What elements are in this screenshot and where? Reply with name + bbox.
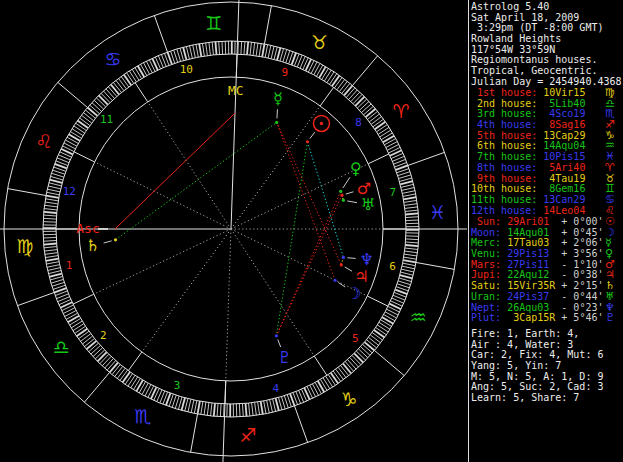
aspect-line-trine: [276, 142, 307, 336]
house-cusp-divider: [368, 154, 389, 164]
degree-tick: [358, 349, 367, 358]
degree-tick: [258, 402, 260, 415]
wheel-sign-icon-leo: ♌: [35, 130, 52, 152]
degree-tick: [215, 42, 216, 55]
degree-tick: [332, 75, 340, 86]
degree-tick: [143, 63, 149, 75]
degree-tick: [77, 329, 88, 336]
degree-tick: [370, 335, 380, 343]
degree-tick: [398, 281, 410, 285]
planet-position-value: 3Cap15R: [501, 312, 555, 323]
degree-tick: [186, 46, 189, 59]
planet-daily-motion: + 3°56': [555, 248, 603, 259]
degree-tick: [406, 239, 419, 240]
house-cusp-value: 14Aqu04: [537, 140, 585, 151]
degree-tick: [128, 375, 135, 386]
degree-tick: [220, 404, 221, 417]
degree-tick: [44, 209, 57, 210]
house-label: 12th house:: [471, 205, 537, 216]
degree-tick: [47, 189, 60, 192]
house-label: 11th house:: [471, 194, 537, 205]
degree-tick: [214, 403, 215, 416]
degree-tick: [405, 245, 418, 246]
degree-tick: [403, 197, 416, 199]
degree-tick: [129, 71, 136, 82]
wheel-sign-icon-vir: ♍: [16, 235, 33, 257]
degree-tick: [271, 46, 274, 59]
degree-tick: [399, 175, 411, 179]
aspect-line-square: [277, 122, 335, 280]
aspect-line-square: [276, 191, 340, 335]
wheel-sign-icon-tau: ♉: [311, 31, 328, 53]
planet-position-value: 17Tau03: [501, 237, 555, 248]
degree-tick: [68, 316, 79, 322]
degree-tick: [253, 43, 255, 56]
degree-tick: [365, 342, 375, 350]
wheel-sign-icon-pis: ♓: [429, 201, 446, 223]
planet-label: Jupi:: [471, 269, 501, 280]
degree-tick: [45, 199, 58, 201]
degree-tick: [403, 194, 416, 196]
degree-tick: [92, 103, 102, 112]
natal-wheel-chart: ♈♉♊♋♌♍♎♏♐♑♒♓123456789101112☽☿♀♂♃♄♅♆♇AscM…: [0, 0, 468, 462]
degree-tick: [194, 401, 197, 414]
degree-tick: [311, 62, 317, 74]
degree-tick: [82, 336, 92, 344]
house-label: 8th house:: [471, 162, 537, 173]
degree-tick: [44, 243, 57, 244]
degree-tick: [343, 364, 351, 374]
degree-tick: [323, 378, 330, 389]
degree-tick: [72, 129, 83, 136]
degree-tick: [94, 100, 103, 109]
wheel-planet-icon-neptune: ♆: [359, 250, 373, 269]
degree-tick: [51, 279, 63, 283]
degree-tick: [373, 119, 384, 127]
wheel-planet-icon-mercury: ☿: [273, 89, 283, 108]
planet-daily-motion: + 2°06': [555, 237, 603, 248]
degree-tick: [45, 253, 58, 255]
wheel-planet-icon-pluto: ♇: [277, 348, 291, 367]
house-cusp-divider: [128, 352, 141, 371]
degree-tick: [333, 371, 341, 382]
degree-tick: [268, 45, 271, 58]
house-cusp-divider: [73, 294, 94, 304]
house-cusp-value: 4Tau19: [537, 173, 585, 184]
degree-tick: [222, 41, 223, 54]
degree-tick: [142, 383, 148, 394]
degree-tick: [125, 374, 132, 385]
degree-tick: [44, 247, 57, 248]
degree-tick: [360, 101, 370, 110]
degree-tick: [207, 403, 209, 416]
wheel-sign-icon-aqu: ♒: [410, 306, 427, 328]
planet-label: Uran:: [471, 291, 501, 302]
degree-tick: [374, 330, 385, 338]
element-tally: Fire: 1, Earth: 4,Air : 4, Water: 3Car: …: [471, 329, 622, 404]
house-number-4: 4: [272, 382, 279, 395]
degree-tick: [318, 381, 324, 392]
mc-axis-line: [231, 0, 239, 229]
degree-tick: [115, 366, 123, 376]
degree-tick: [75, 326, 86, 333]
house-cusp-line: [226, 229, 231, 381]
planet-label: Merc:: [471, 237, 501, 248]
degree-tick: [265, 45, 268, 58]
degree-tick: [99, 95, 108, 104]
degree-tick: [131, 377, 138, 388]
degree-tick: [270, 400, 273, 413]
house-label: 1st house:: [471, 87, 537, 98]
house-label: 4th house:: [471, 119, 537, 130]
degree-tick: [284, 396, 288, 408]
house-cusp-value: 10Pis15: [537, 151, 585, 162]
degree-tick: [386, 141, 398, 147]
degree-tick: [127, 73, 134, 84]
planet-daily-motion: - 0°38': [555, 269, 603, 280]
degree-tick: [324, 70, 331, 81]
degree-tick: [204, 402, 206, 415]
degree-tick: [264, 401, 266, 414]
degree-tick: [106, 89, 115, 99]
degree-tick: [46, 262, 59, 264]
degree-tick: [46, 259, 59, 261]
degree-tick: [45, 202, 58, 204]
degree-tick: [377, 325, 388, 332]
degree-tick: [43, 240, 56, 241]
